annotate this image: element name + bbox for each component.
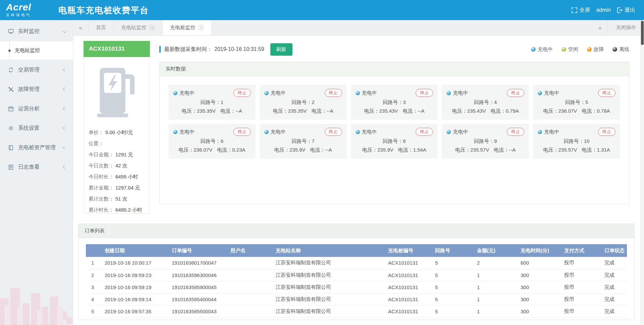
sidebar-item-realtime-monitor[interactable]: 实时监控 <box>0 21 73 41</box>
username-menu[interactable]: admin <box>596 7 611 13</box>
circuit-status: 充电中 <box>538 129 559 135</box>
terminate-button[interactable]: 终止 <box>598 128 615 136</box>
logout-button[interactable]: 退出 <box>617 7 635 14</box>
scrollbar-thumb[interactable] <box>641 21 644 45</box>
circuit-card: 充电中 终止 回路号：8 电压：235.9V <box>351 124 438 159</box>
sidebar-item-faults[interactable]: 故障管理 <box>0 79 73 99</box>
cell-status: 完成 <box>601 293 627 305</box>
device-panel: ACX1010131 <box>84 41 150 214</box>
tab-label: 充电站监控 <box>121 24 146 31</box>
charging-status-icon <box>264 91 269 95</box>
terminate-button[interactable]: 终止 <box>325 89 342 97</box>
next-tabs-icon[interactable] <box>592 20 607 35</box>
prev-tabs-icon[interactable] <box>73 20 89 35</box>
circuit-number-line: 回路号：1 <box>173 99 251 106</box>
stat-label: 累计时长： <box>89 207 114 213</box>
terminate-button[interactable]: 终止 <box>416 89 433 97</box>
voltage-label: 电压： <box>543 108 558 114</box>
voltage-label: 电压： <box>178 147 194 153</box>
sidebar-item-logs[interactable]: 日志查看 <box>0 157 73 177</box>
close-tab-icon[interactable] <box>149 25 155 31</box>
stat-value: 5.00 小时/元 <box>105 129 133 135</box>
close-operations-label: 关闭操作 <box>616 24 636 31</box>
legend-label: 充电中 <box>538 46 553 53</box>
current-value: 0.79A <box>506 108 519 114</box>
terminate-button[interactable]: 终止 <box>507 128 524 136</box>
close-operations-button[interactable]: 关闭操作 <box>607 20 644 35</box>
circuit-status: 充电中 <box>538 90 559 96</box>
chevron-left-icon <box>63 165 66 169</box>
terminate-button[interactable]: 终止 <box>416 128 433 136</box>
sidebar-item-transactions[interactable]: 交易管理 <box>0 60 73 79</box>
circuit-number-line: 回路号：7 <box>264 138 342 145</box>
close-tab-icon[interactable] <box>198 25 204 31</box>
sidebar-item-label: 日志查看 <box>18 164 40 171</box>
brand-logo: Acrel 安科瑞电气 <box>6 3 53 17</box>
cell-pile: ACX1010131 <box>385 257 432 269</box>
charging-status-icon <box>264 130 269 134</box>
voltage-value: 235.43V <box>467 108 486 114</box>
table-row: 2 2019-10-16 09:59:23 1910163596300046 江… <box>86 269 627 281</box>
sidebar-item-settings[interactable]: 系统设置 <box>0 118 73 138</box>
cell-amount: 1 <box>474 293 517 305</box>
cell-circuit: 5 <box>432 269 474 281</box>
cell-date: 2019-10-16 10:00:17 <box>101 257 168 269</box>
chevron-left-icon <box>63 146 66 149</box>
chevron-left-icon <box>63 68 66 71</box>
transaction-icon <box>8 67 14 73</box>
charging-status-icon <box>356 91 360 95</box>
circuit-number-line: 回路号：9 <box>446 138 524 145</box>
voltage-label: 电压： <box>274 147 289 153</box>
fullscreen-button[interactable]: 全屏 <box>572 7 590 14</box>
device-stat: 累计时长：6485.2 小时 <box>89 204 145 215</box>
sidebar-item-label: 交易管理 <box>18 66 40 73</box>
cell-station: 江苏安科瑞制造有限公司 <box>272 305 385 317</box>
circuit-status: 充电中 <box>173 129 195 135</box>
circuit-number-value: 6 <box>221 138 223 144</box>
sidebar-item-label: 故障管理 <box>18 86 40 93</box>
log-document-icon <box>8 164 14 170</box>
tab-home[interactable]: 首页 <box>89 20 114 35</box>
circuit-number-value: 8 <box>403 138 406 144</box>
voltage-value: 235.57V <box>470 147 489 153</box>
realtime-panel-title: 实时数据 <box>160 62 629 76</box>
device-stat: 今日时长：6455 小时 <box>89 171 145 182</box>
circuit-number-line: 回路号：3 <box>356 99 433 106</box>
voltage-value: 236.07V <box>558 108 577 114</box>
cell-station: 江苏安科瑞制造有限公司 <box>272 293 385 305</box>
legend-offline: 离线 <box>612 46 629 53</box>
refresh-button[interactable]: 刷新 <box>270 43 292 56</box>
idle-dot-icon <box>561 47 566 52</box>
current-value: --A <box>418 108 425 114</box>
circuit-card-grid: 充电中 终止 回路号：1 电压：235.35V <box>160 76 629 167</box>
tab-station-monitor[interactable]: 充电站监控 <box>114 20 163 35</box>
device-stat: 累计金额：1297.04 元 <box>89 182 145 193</box>
circuit-card: 充电中 终止 回路号：2 电压：235.35V <box>260 85 347 120</box>
content-area: 首页 充电站监控 充电桩监控 关闭操作 ACX1010131 <box>73 20 644 325</box>
device-stat: 单价：5.00 小时/元 <box>89 127 145 138</box>
terminate-button[interactable]: 终止 <box>325 128 342 136</box>
circuit-card-top: 充电中 终止 <box>446 89 524 97</box>
terminate-button[interactable]: 终止 <box>507 89 524 97</box>
cell-user <box>227 257 272 269</box>
sidebar-item-station-monitor[interactable]: 充电站监控 <box>0 41 73 60</box>
fault-dot-icon <box>587 47 592 52</box>
circuit-number-value: 4 <box>494 99 497 105</box>
terminate-button[interactable]: 终止 <box>598 89 615 97</box>
device-stat: 今日金额：1291 元 <box>89 149 145 160</box>
charging-dot-icon <box>531 47 536 52</box>
circuit-metrics-line: 电压：235.9V 电流：--A <box>264 147 342 153</box>
cell-minutes: 600 <box>517 257 561 269</box>
sidebar-item-analysis[interactable]: 运营分析 <box>0 99 73 118</box>
legend-fault: 故障 <box>587 46 604 53</box>
content-body: ACX1010131 <box>73 36 644 325</box>
tab-pile-monitor[interactable]: 充电桩监控 <box>163 20 212 35</box>
terminate-button[interactable]: 终止 <box>233 128 251 136</box>
sidebar-item-assets[interactable]: 充电桩资产管理 <box>0 138 73 157</box>
circuit-metrics-line: 电压：235.9V 电流：1.54A <box>356 147 433 153</box>
terminate-button[interactable]: 终止 <box>233 89 251 97</box>
current-value: 1.54A <box>413 147 426 153</box>
cell-pay: 投币 <box>561 257 601 269</box>
sidebar-item-label: 运营分析 <box>18 105 40 112</box>
cell-order-no: 1910163585500043 <box>168 305 227 317</box>
